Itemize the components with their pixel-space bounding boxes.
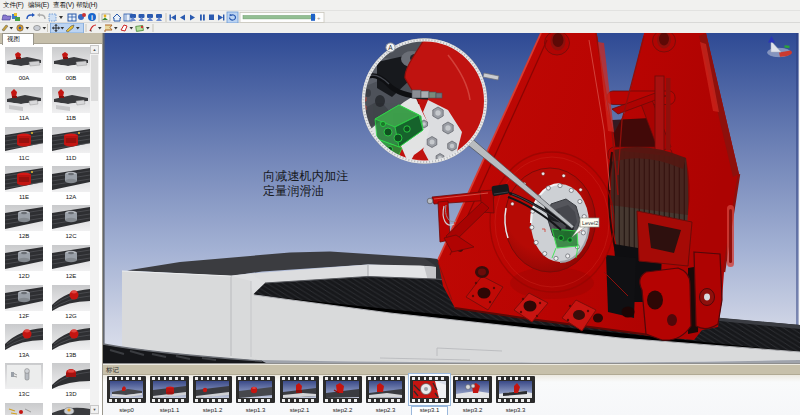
svg-text:定量润滑油: 定量润滑油 bbox=[263, 184, 324, 198]
svg-text:A: A bbox=[388, 44, 393, 51]
svg-text:+: + bbox=[317, 15, 321, 21]
svg-text:向减速机内加注: 向减速机内加注 bbox=[263, 169, 348, 183]
svg-text:i: i bbox=[91, 14, 93, 21]
svg-text:Level2: Level2 bbox=[582, 220, 598, 226]
